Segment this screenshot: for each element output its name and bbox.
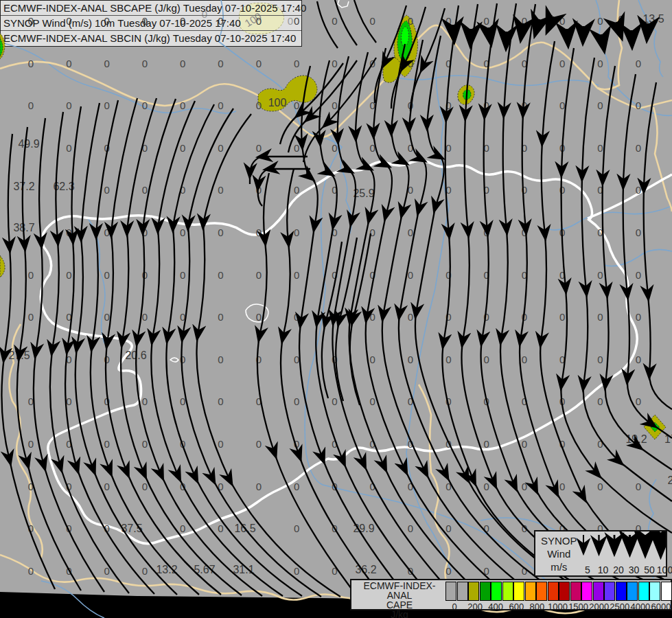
- cape-scale-cell: [548, 582, 559, 601]
- station-wind-arrow: [632, 30, 632, 45]
- cape-scale-tick: 2500: [610, 602, 629, 612]
- wind-streamline: [623, 74, 672, 438]
- wind-streamline: [644, 82, 672, 409]
- cape-scale-cell: [627, 582, 638, 601]
- wind-streamline: [561, 48, 672, 533]
- cape-scale-tick: 1000: [548, 602, 568, 612]
- cape-scale-cell: [525, 582, 536, 601]
- cape-scale-cell: [570, 582, 581, 601]
- station-wind-arrow: [583, 26, 583, 41]
- cape-scale-tick: 2000: [589, 602, 609, 612]
- station-wind-arrow: [489, 27, 491, 43]
- cape-scale-tick: 6000: [651, 602, 671, 612]
- wind-streamline: [34, 118, 104, 592]
- wind-speed-tick: 10: [598, 564, 609, 575]
- wind-streamline: [399, 40, 555, 591]
- cape-scale-cell: [638, 582, 649, 601]
- wind-streamline: [332, 56, 454, 596]
- cape-scale-tick: 4000: [630, 602, 650, 612]
- station-wind-arrow: [601, 34, 604, 49]
- wind-streamline: [603, 66, 672, 470]
- cape-scale-cell: [649, 582, 660, 601]
- cape-scale-cell: [468, 582, 479, 601]
- cape-scale-cell: [480, 582, 491, 601]
- wind-streamline: [375, 5, 406, 103]
- wind-streamline: [382, 44, 530, 592]
- wind-streamline: [500, 3, 652, 584]
- wind-speed-tick: 50: [644, 564, 655, 575]
- cape-scale-cell: [445, 582, 456, 601]
- wind-speed-tick: 30: [629, 564, 640, 575]
- cape-scale-tick: 800: [530, 602, 545, 612]
- wind-streamline: [136, 99, 262, 596]
- cape-scale-tick: 0: [452, 602, 456, 612]
- wind-streamline: [335, 0, 357, 45]
- station-wind-arrow: [470, 29, 471, 44]
- wind-streamline: [520, 4, 667, 581]
- cape-scale-tick: 400: [488, 602, 503, 612]
- streamlines-layer: [0, 0, 672, 618]
- synop-station-arrows: [453, 16, 648, 49]
- cape-scale-cell: [457, 582, 468, 601]
- cape-scale-cell: [559, 582, 570, 601]
- cape-scale-cell: [502, 582, 513, 601]
- wind-streamline: [317, 1, 338, 48]
- wind-streamline: [65, 106, 154, 594]
- station-wind-arrow: [616, 22, 621, 36]
- cape-scale-cell: [616, 582, 627, 601]
- station-wind-arrow: [521, 23, 523, 38]
- station-wind-arrow: [567, 29, 568, 44]
- wind-streamline: [181, 108, 321, 597]
- synop-wind-legend: SYNOP Wind m/s 510203050100: [534, 530, 667, 577]
- wind-streamline: [288, 60, 357, 152]
- station-wind-arrow: [535, 19, 540, 34]
- wind-streamline: [1, 134, 55, 589]
- cape-scale-cell: [581, 582, 592, 601]
- cape-scale-cell: [491, 582, 502, 601]
- wind-streamline: [76, 103, 177, 595]
- wind-speed-tick: 5: [585, 564, 590, 575]
- wind-speed-tick: 20: [613, 564, 624, 575]
- station-wind-arrow: [453, 25, 454, 40]
- wind-streamline: [299, 66, 406, 596]
- weather-map: 0000000000000000000000000000000000000000…: [0, 0, 672, 618]
- wind-streamline: [442, 5, 583, 588]
- wind-streamline: [481, 3, 630, 585]
- cape-scale-tick: 1500: [568, 602, 588, 612]
- cape-scale-tick: 600: [509, 602, 524, 612]
- wind-streamline: [415, 36, 579, 589]
- cape-scale-cell: [604, 582, 615, 601]
- cape-color-legend: ECMWF-INDEX-ANAL CAPE J/kg 0200400600800…: [350, 579, 672, 610]
- cape-scale-cell: [661, 582, 672, 601]
- cape-legend-label: ECMWF-INDEX-ANAL CAPE J/kg: [354, 581, 445, 618]
- station-wind-arrow: [647, 23, 648, 38]
- wind-streamline: [197, 114, 340, 597]
- cape-scale-tick: 200: [467, 602, 483, 612]
- wind-speed-tick: 100: [657, 564, 672, 575]
- station-wind-arrow: [506, 32, 507, 47]
- cape-scale-cell: [593, 582, 604, 601]
- wind-streamline: [354, 0, 376, 43]
- cape-scale-cell: [513, 582, 524, 601]
- wind-streamline: [303, 58, 376, 162]
- cape-scale-cell: [536, 582, 547, 601]
- wind-streamline: [257, 173, 357, 596]
- wind-streamline: [280, 63, 343, 144]
- wind-streamline: [410, 8, 445, 111]
- station-wind-arrow: [548, 16, 553, 30]
